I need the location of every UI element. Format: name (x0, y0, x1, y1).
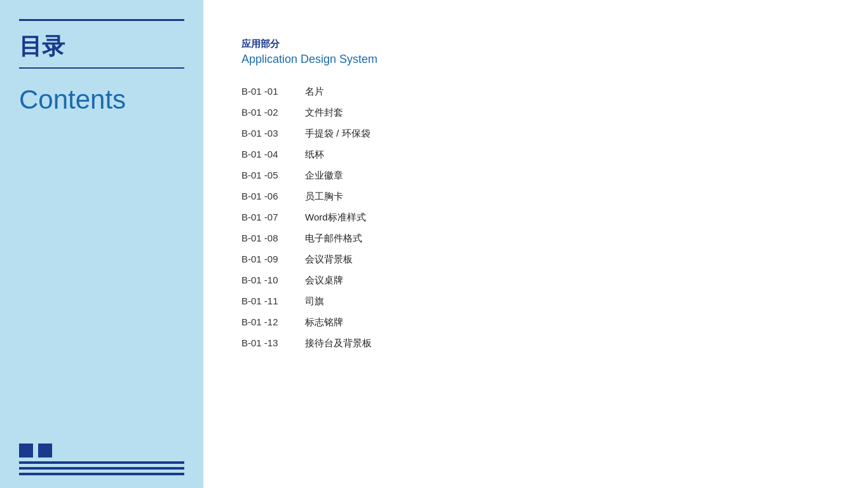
toc-code: B-01 -05 (241, 170, 305, 180)
section-subtitle: Application Design System (241, 53, 830, 66)
sidebar: 目录 Contents (0, 0, 203, 488)
bottom-square-icon (19, 444, 33, 458)
toc-item: B-01 -09会议背景板 (241, 249, 830, 270)
toc-name: 手提袋 / 环保袋 (305, 128, 370, 140)
toc-item: B-01 -06员工胸卡 (241, 186, 830, 207)
toc-list: B-01 -01名片B-01 -02文件封套B-01 -03手提袋 / 环保袋B… (241, 81, 830, 354)
toc-name: 电子邮件格式 (305, 233, 362, 245)
toc-name: 企业徽章 (305, 170, 343, 182)
toc-name: 名片 (305, 86, 324, 98)
toc-code: B-01 -06 (241, 191, 305, 201)
toc-item: B-01 -02文件封套 (241, 102, 830, 123)
toc-code: B-01 -04 (241, 149, 305, 159)
toc-code: B-01 -12 (241, 316, 305, 327)
toc-name: 文件封套 (305, 107, 343, 119)
toc-code: B-01 -11 (241, 295, 305, 306)
toc-item: B-01 -11司旗 (241, 291, 830, 312)
toc-code: B-01 -02 (241, 107, 305, 118)
toc-item: B-01 -12标志铭牌 (241, 312, 830, 333)
toc-code: B-01 -07 (241, 212, 305, 222)
toc-name: 会议桌牌 (305, 274, 343, 287)
bottom-line-2 (19, 467, 184, 470)
bottom-lines (19, 461, 184, 475)
toc-code: B-01 -10 (241, 274, 305, 285)
toc-item: B-01 -07Word标准样式 (241, 207, 830, 228)
title-zh: 目录 (0, 21, 203, 67)
toc-item: B-01 -10会议桌牌 (241, 270, 830, 291)
section-label: 应用部分 (241, 38, 830, 50)
toc-name: 纸杯 (305, 149, 324, 161)
bottom-square-icon-2 (38, 444, 52, 458)
toc-name: 司旗 (305, 295, 324, 308)
toc-item: B-01 -04纸杯 (241, 144, 830, 165)
toc-name: 员工胸卡 (305, 191, 343, 203)
toc-item: B-01 -03手提袋 / 环保袋 (241, 123, 830, 144)
bottom-icon-row (19, 444, 184, 458)
toc-code: B-01 -03 (241, 128, 305, 139)
toc-name: 标志铭牌 (305, 316, 343, 329)
toc-item: B-01 -08电子邮件格式 (241, 228, 830, 249)
toc-name: Word标准样式 (305, 212, 366, 224)
title-en: Contents (0, 69, 203, 116)
toc-code: B-01 -08 (241, 233, 305, 243)
bottom-line-3 (19, 473, 184, 475)
toc-code: B-01 -13 (241, 337, 305, 348)
toc-name: 会议背景板 (305, 254, 353, 266)
main-content: 应用部分 Application Design System B-01 -01名… (203, 0, 868, 488)
toc-name: 接待台及背景板 (305, 337, 372, 349)
toc-code: B-01 -01 (241, 86, 305, 97)
toc-item: B-01 -13接待台及背景板 (241, 333, 830, 354)
toc-item: B-01 -05企业徽章 (241, 165, 830, 186)
toc-item: B-01 -01名片 (241, 81, 830, 102)
toc-code: B-01 -09 (241, 254, 305, 264)
sidebar-bottom-decoration (19, 444, 184, 475)
bottom-line-1 (19, 461, 184, 464)
